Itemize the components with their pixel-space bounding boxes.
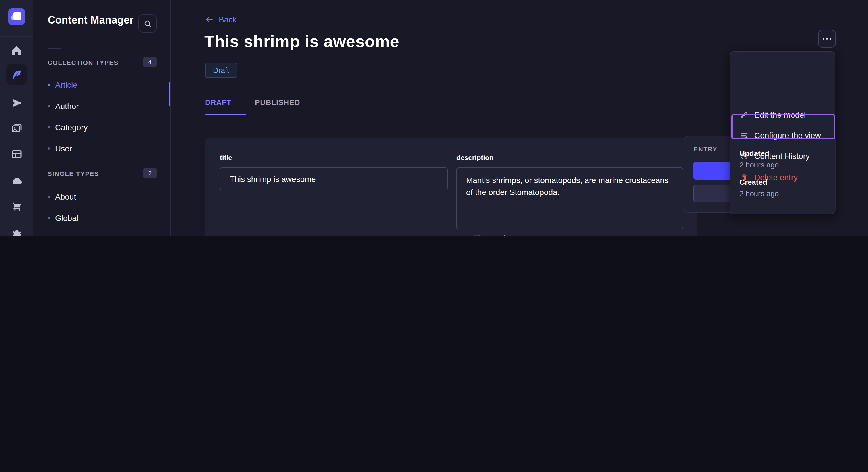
title-field-label: title	[220, 154, 232, 162]
delete-entry-focus-ring	[731, 114, 835, 139]
strapi-logo[interactable]	[8, 8, 25, 25]
bullet-icon	[48, 217, 50, 219]
active-tab-underline	[205, 113, 246, 115]
back-link[interactable]: Back	[205, 15, 237, 24]
sidebar-scrollbar-thumb[interactable]	[169, 82, 170, 105]
cloud-icon[interactable]	[6, 170, 27, 191]
bullet-icon	[48, 196, 50, 198]
content-manager-sidebar: Content Manager COLLECTION TYPES 4 Artic…	[33, 0, 171, 236]
search-button[interactable]	[138, 14, 157, 33]
sidebar-item-article[interactable]: Article	[48, 78, 157, 92]
title-input[interactable]	[220, 167, 448, 191]
description-field-label: description	[456, 154, 493, 162]
status-badge: Draft	[205, 63, 237, 78]
updated-value: 2 hours ago	[739, 161, 779, 169]
marketplace-icon[interactable]	[6, 196, 27, 217]
releases-icon[interactable]	[6, 92, 27, 113]
ellipsis-icon	[823, 38, 825, 40]
bullet-icon	[48, 84, 50, 86]
description-textarea[interactable]: Mantis shrimps, or stomatopods, are mari…	[456, 167, 683, 229]
sidebar-item-author[interactable]: Author	[48, 99, 157, 113]
updated-label: Updated	[739, 149, 769, 158]
arrow-left-icon	[205, 15, 214, 24]
page-title: This shrimp is awesome	[205, 32, 399, 51]
bullet-icon	[48, 126, 50, 129]
rail-divider	[0, 36, 33, 37]
tab-published[interactable]: PUBLISHED	[255, 98, 300, 107]
bullet-icon	[48, 105, 50, 107]
sidebar-item-category[interactable]: Category	[48, 121, 157, 134]
sidebar-title: Content Manager	[48, 14, 134, 26]
collection-types-heading: COLLECTION TYPES	[48, 59, 119, 66]
content-type-builder-icon[interactable]	[6, 144, 27, 165]
bullet-icon	[48, 147, 50, 150]
settings-gear-icon[interactable]	[6, 223, 27, 236]
content-manager-icon[interactable]	[6, 64, 27, 85]
search-icon	[143, 19, 152, 28]
more-options-menu: Edit the model Configure the view Conten…	[730, 51, 835, 214]
sidebar-item-user[interactable]: User	[48, 142, 157, 156]
tabs-divider	[205, 115, 698, 115]
collection-types-count-badge: 4	[143, 57, 157, 67]
app-window: KD Content Manager COLLECTION TYPES 4 Ar…	[0, 0, 868, 236]
main-nav-rail: KD	[0, 0, 33, 236]
created-value: 2 hours ago	[739, 189, 779, 198]
tab-draft[interactable]: DRAFT	[205, 98, 231, 107]
home-icon[interactable]	[6, 40, 27, 61]
sidebar-divider	[48, 48, 61, 49]
sidebar-item-global[interactable]: Global	[48, 211, 157, 225]
more-options-button[interactable]	[818, 30, 836, 47]
single-types-heading: SINGLE TYPES	[48, 170, 99, 177]
edit-form-panel: title description Mantis shrimps, or sto…	[205, 138, 698, 236]
single-types-count-badge: 2	[143, 168, 157, 178]
entry-panel-heading: ENTRY	[693, 146, 718, 153]
description-hint: max. 80 characters	[456, 233, 515, 236]
sidebar-item-about[interactable]: About	[48, 190, 157, 204]
menu-divider	[730, 142, 835, 142]
media-library-icon[interactable]	[6, 118, 27, 139]
created-label: Created	[739, 178, 767, 187]
